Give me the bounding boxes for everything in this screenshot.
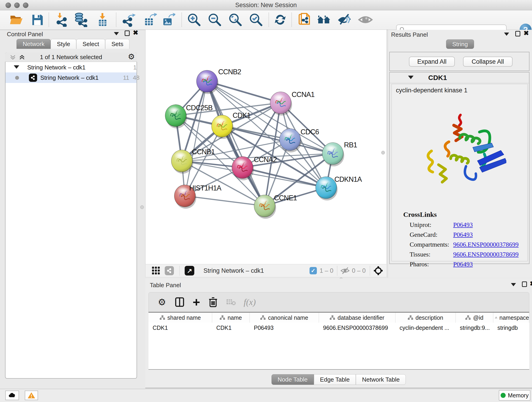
delete-table-icon[interactable] [226,298,236,306]
network-row-selected[interactable]: String Network – cdk1 11 48 [6,72,137,83]
tab-sets[interactable]: Sets [105,39,129,49]
hide-unhide-icon[interactable] [337,12,352,27]
tab-node-table[interactable]: Node Table [272,374,314,385]
crosslink-genecard-link[interactable]: P06493 [453,231,473,238]
table-cell[interactable]: 9606.ENSP00000378699 [323,324,388,332]
network-selection-status: 1 of 1 Network selected [5,54,137,61]
zoom-selected-icon[interactable] [248,12,264,27]
tab-style[interactable]: Style [51,39,76,49]
network-edge[interactable] [185,196,265,206]
results-panel-tabs: String [388,39,532,49]
control-panel-collapse-icon[interactable] [114,32,119,35]
tab-network-table[interactable]: Network Table [356,374,406,385]
export-network-icon[interactable] [121,12,136,27]
column-header[interactable]: namespace [493,313,529,323]
right-split-handle[interactable] [381,151,385,154]
network-options-gear-icon[interactable]: ⚙ [128,53,135,61]
export-image-icon[interactable] [160,12,176,27]
network-node-cdk1[interactable] [211,115,234,139]
crosslink-uniprot-link[interactable]: P06493 [453,221,473,229]
results-panel-close-icon[interactable]: ✖ [524,31,529,36]
table-cell[interactable]: cyclin-dependent ... [399,324,449,332]
import-table-icon[interactable] [95,12,110,27]
node-label-ccne1: CCNE1 [274,194,297,202]
network-node-ccna1[interactable] [270,92,292,115]
home-network-icon[interactable] [316,12,331,27]
memory-button[interactable]: Memory [499,390,530,401]
column-header[interactable]: description [395,313,456,323]
network-row-label: String Network – cdk1 [40,74,99,81]
show-columns-icon[interactable] [175,297,184,307]
results-panel-float-icon[interactable] [515,31,520,36]
add-column-icon[interactable]: + [193,298,200,307]
table-settings-gear-icon[interactable]: ⚙ [158,298,166,306]
open-file-icon[interactable] [9,12,24,27]
warning-status-button[interactable] [25,390,38,400]
grid-view-icon[interactable] [152,266,161,275]
results-panel-collapse-icon[interactable] [504,32,509,36]
crosslink-compartments-link[interactable]: 9606.ENSP00000378699 [453,241,519,248]
gene-collapse-icon[interactable] [408,76,413,79]
column-header[interactable]: database identifier [319,313,395,323]
collection-expand-icon[interactable] [14,65,19,69]
network-node-ccne1[interactable] [254,195,276,219]
table-cell[interactable]: P06493 [254,324,273,332]
results-gene-box: CDK1 cyclin-dependent kinase 1 [389,72,530,264]
node-table[interactable]: shared name name canonical name database… [148,312,529,370]
zoom-fit-icon[interactable] [228,12,243,27]
column-header[interactable]: @id [456,313,493,323]
tab-select[interactable]: Select [76,39,105,49]
string-import-icon[interactable] [297,12,312,27]
expand-all-button[interactable]: Expand All [409,57,455,67]
pan-crosshair-icon[interactable] [373,266,383,276]
table-panel-float-icon[interactable] [522,281,527,287]
network-node-ccnb2[interactable] [196,70,219,94]
network-edge[interactable] [265,103,281,206]
delete-column-icon[interactable] [209,297,218,307]
table-panel-collapse-icon[interactable] [511,283,516,286]
table-panel-close-icon[interactable]: ✖ [530,281,532,287]
protein-structure-image [415,100,506,208]
show-eye-icon[interactable] [358,12,373,27]
crosslink-tissues-link[interactable]: 9606.ENSP00000378699 [453,251,519,258]
string-network-graph[interactable]: CCNB2CCNA1CDC25BCDK1CDC6RB1CCNB1CCNA2CDK… [146,30,386,264]
selected-nodes-checkbox[interactable]: ✓ [310,267,317,274]
table-cell[interactable]: CDK1 [152,324,168,332]
zoom-in-icon[interactable] [186,12,202,27]
control-panel-close-icon[interactable]: ✖ [133,30,138,36]
column-header[interactable]: canonical name [250,313,319,323]
gene-header-row[interactable]: CDK1 [390,72,529,83]
save-session-icon[interactable] [30,12,45,27]
crosslink-pharos-link[interactable]: P06493 [453,261,473,268]
network-collection-row[interactable]: String Network – cdk1 1 [6,62,137,72]
cloud-status-button[interactable] [5,390,19,400]
import-network-from-database-icon[interactable] [73,12,88,27]
network-node-cdc25b[interactable] [165,104,187,128]
network-node-rb1[interactable] [322,143,344,166]
refresh-icon[interactable] [273,12,288,27]
network-node-ccna2[interactable] [232,157,254,180]
results-panel-title: Results Panel [391,31,428,38]
left-split-handle[interactable] [140,205,144,209]
table-toolbar: ⚙ + f(x) [148,292,529,312]
table-cell[interactable]: CDK1 [216,324,232,332]
function-builder-icon[interactable]: f(x) [244,297,256,307]
network-node-count: 11 [113,74,129,81]
table-cell[interactable]: stringdb [497,324,518,332]
collapse-all-button[interactable]: Collapse All [463,57,513,67]
node-label-cdk1: CDK1 [233,111,251,119]
tab-string[interactable]: String [446,39,474,49]
column-header[interactable]: name [212,313,250,323]
node-label-cdkn1a: CDKN1A [334,175,362,183]
tab-edge-table[interactable]: Edge Table [314,374,356,385]
zoom-out-icon[interactable] [207,12,222,27]
network-canvas[interactable]: CCNB2CCNA1CDC25BCDK1CDC6RB1CCNB1CCNA2CDK… [145,30,387,264]
control-panel-float-icon[interactable] [125,31,130,36]
export-table-icon[interactable] [142,12,157,27]
string-view-icon[interactable] [165,266,174,275]
tab-network[interactable]: Network [17,39,51,49]
import-network-icon[interactable] [55,12,70,27]
table-cell[interactable]: stringdb:9... [460,324,490,332]
birds-eye-view-icon[interactable]: ↗ [185,266,194,275]
column-header[interactable]: shared name [148,313,212,323]
